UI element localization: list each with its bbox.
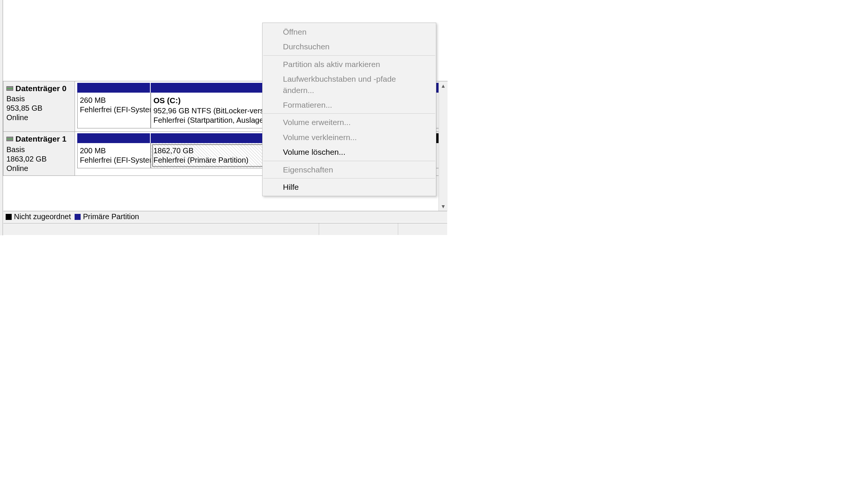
legend-bar: Nicht zugeordnet Primäre Partition <box>3 211 447 222</box>
disk-header-0[interactable]: Datenträger 0 Basis 953,85 GB Online <box>3 81 75 131</box>
menu-separator <box>263 178 435 178</box>
menu-separator <box>263 161 435 161</box>
disk-header-1[interactable]: Datenträger 1 Basis 1863,02 GB Online <box>3 132 75 175</box>
legend-unallocated: Nicht zugeordnet <box>6 212 71 221</box>
disk-type: Basis <box>6 145 72 154</box>
menu-extend-volume[interactable]: Volume erweitern... <box>263 115 436 130</box>
vertical-scrollbar[interactable]: ▲ ▼ <box>439 81 448 211</box>
disk-status: Online <box>6 113 72 122</box>
partition-size: 200 MB <box>80 146 148 156</box>
legend-primary: Primäre Partition <box>75 212 139 221</box>
menu-browse[interactable]: Durchsuchen <box>263 39 436 54</box>
disk-name: Datenträger 0 <box>15 84 66 93</box>
disk-size: 1863,02 GB <box>6 154 72 164</box>
context-menu: Öffnen Durchsuchen Partition als aktiv m… <box>262 23 436 196</box>
scroll-up-icon[interactable]: ▲ <box>441 81 446 90</box>
disk-type: Basis <box>6 94 72 104</box>
menu-shrink-volume[interactable]: Volume verkleinern... <box>263 130 436 145</box>
status-cell <box>319 223 398 235</box>
partition-status: Fehlerfrei (EFI-Systempartition) <box>80 156 148 165</box>
legend-swatch-navy <box>75 214 81 220</box>
menu-separator <box>263 55 435 56</box>
strip-seg <box>77 133 151 143</box>
disk-size: 953,85 GB <box>6 104 72 113</box>
status-bar <box>3 223 447 235</box>
disk-status: Online <box>6 164 72 173</box>
menu-mark-active[interactable]: Partition als aktiv markieren <box>263 57 436 72</box>
status-cell <box>3 223 319 235</box>
disk-icon <box>6 137 13 141</box>
status-cell <box>398 223 447 235</box>
menu-format[interactable]: Formatieren... <box>263 98 436 112</box>
partition-box-efi[interactable]: 260 MB Fehlerfrei (EFI-Systempartition) <box>77 93 151 128</box>
partition-size: 260 MB <box>80 96 148 105</box>
menu-separator <box>263 113 435 114</box>
menu-help[interactable]: Hilfe <box>263 180 436 194</box>
legend-label: Primäre Partition <box>83 212 139 221</box>
menu-properties[interactable]: Eigenschaften <box>263 162 436 177</box>
strip-seg <box>77 83 151 93</box>
window-left-edge <box>0 0 3 235</box>
menu-delete-volume[interactable]: Volume löschen... <box>263 145 436 159</box>
disk-name: Datenträger 1 <box>15 134 66 144</box>
scroll-down-icon[interactable]: ▼ <box>441 202 446 211</box>
disk-icon <box>6 86 13 91</box>
menu-open[interactable]: Öffnen <box>263 24 436 39</box>
legend-label: Nicht zugeordnet <box>14 212 71 221</box>
partition-status: Fehlerfrei (EFI-Systempartition) <box>80 105 148 114</box>
legend-swatch-black <box>6 214 12 220</box>
menu-change-drive-letter[interactable]: Laufwerkbuchstaben und -pfade ändern... <box>263 72 436 98</box>
partition-box-efi[interactable]: 200 MB Fehlerfrei (EFI-Systempartition) <box>77 143 151 168</box>
